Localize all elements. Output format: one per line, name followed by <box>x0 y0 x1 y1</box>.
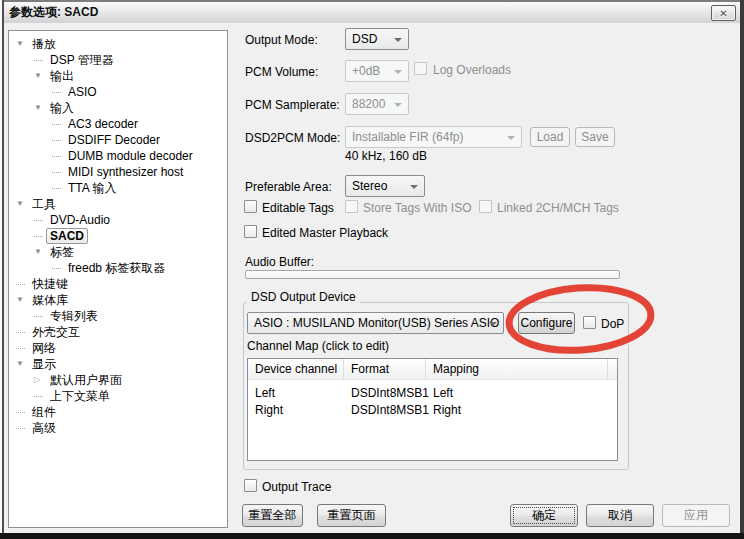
pcm-volume-select: +0dB <box>345 60 409 82</box>
selected-tree-item: SACD <box>46 228 88 244</box>
tree-item-display[interactable]: 显示 <box>9 356 227 372</box>
edited-master-playback-checkbox[interactable] <box>244 225 257 238</box>
tree-connector <box>34 308 50 324</box>
tree-connector <box>52 132 68 148</box>
tree-item-dsdiff-decoder[interactable]: DSDIFF Decoder <box>9 132 227 148</box>
reset-page-button[interactable]: 重置页面 <box>317 504 386 527</box>
tree-connector <box>34 228 50 244</box>
expanded-icon[interactable] <box>16 356 32 372</box>
close-icon: ✕ <box>719 8 727 19</box>
preferable-area-select[interactable]: Stereo <box>345 175 425 197</box>
store-tags-with-iso-label: Store Tags With ISO <box>363 201 472 215</box>
tree-item-advanced[interactable]: 高级 <box>9 420 227 436</box>
tree-item-components[interactable]: 组件 <box>9 404 227 420</box>
preferable-area-label: Preferable Area: <box>245 180 332 194</box>
tree-item-ac3-decoder[interactable]: AC3 decoder <box>9 116 227 132</box>
cancel-button[interactable]: 取消 <box>586 504 654 527</box>
dop-checkbox[interactable] <box>583 316 596 329</box>
expanded-icon[interactable] <box>34 68 50 84</box>
editable-tags-label: Editable Tags <box>262 201 334 215</box>
audio-buffer-bar <box>245 270 620 279</box>
tree-item-tagging[interactable]: 标签 <box>9 244 227 260</box>
table-row[interactable]: Right DSDInt8MSB1 Right <box>248 402 617 419</box>
tree-connector <box>16 276 32 292</box>
tree-item-tools[interactable]: 工具 <box>9 196 227 212</box>
tree-connector <box>52 164 68 180</box>
edited-master-playback-label: Edited Master Playback <box>262 226 388 240</box>
tree-item-networking[interactable]: 网络 <box>9 340 227 356</box>
column-header-format[interactable]: Format <box>344 359 426 379</box>
tree-item-shell-integration[interactable]: 外壳交互 <box>9 324 227 340</box>
title-bar: 参数选项: SACD <box>2 2 740 23</box>
dsd-output-device-select[interactable]: ASIO : MUSILAND Monitor(USB) Series ASIO <box>247 312 504 334</box>
configure-button[interactable]: Configure <box>518 312 575 334</box>
dsd2pcm-info-text: 40 kHz, 160 dB <box>345 149 427 163</box>
expanded-icon[interactable] <box>16 196 32 212</box>
linked-tags-label: Linked 2CH/MCH Tags <box>497 201 619 215</box>
pcm-samplerate-label: PCM Samplerate: <box>245 98 340 112</box>
log-overloads-checkbox <box>414 62 427 75</box>
dop-label: DoP <box>601 317 624 331</box>
tree-connector <box>52 148 68 164</box>
output-trace-checkbox[interactable] <box>244 479 257 492</box>
window-border <box>740 0 744 539</box>
tree-item-tta-input[interactable]: TTA 输入 <box>9 180 227 196</box>
column-header-device-channel[interactable]: Device channel <box>248 359 344 379</box>
tree-item-input[interactable]: 输入 <box>9 100 227 116</box>
tree-item-dvd-audio[interactable]: DVD-Audio <box>9 212 227 228</box>
audio-buffer-label: Audio Buffer: <box>245 255 314 269</box>
tree-item-context-menu[interactable]: 上下文菜单 <box>9 388 227 404</box>
tree-connector <box>52 260 68 276</box>
tree-item-media-library[interactable]: 媒体库 <box>9 292 227 308</box>
close-button[interactable]: ✕ <box>711 5 736 21</box>
reset-all-button[interactable]: 重置全部 <box>242 504 303 527</box>
tree-connector <box>52 116 68 132</box>
tree-connector <box>16 404 32 420</box>
output-trace-label: Output Trace <box>262 480 331 494</box>
linked-tags-checkbox <box>479 200 492 213</box>
tree-item-default-user-interface[interactable]: 默认用户界面 <box>9 372 227 388</box>
tree-item-output[interactable]: 输出 <box>9 68 227 84</box>
tree-connector <box>34 52 50 68</box>
tree-item-asio[interactable]: ASIO <box>9 84 227 100</box>
tree-item-midi-synthesizer-host[interactable]: MIDI synthesizer host <box>9 164 227 180</box>
tree-item-keyboard-shortcuts[interactable]: 快捷键 <box>9 276 227 292</box>
expanded-icon[interactable] <box>34 100 50 116</box>
channel-map-table[interactable]: Device channel Format Mapping Left DSDIn… <box>247 358 618 461</box>
dsd2pcm-mode-select: Installable FIR (64fp) <box>345 126 522 148</box>
tree-item-album-list[interactable]: 专辑列表 <box>9 308 227 324</box>
ok-button[interactable]: 确定 <box>510 504 578 527</box>
pcm-samplerate-select: 88200 <box>345 93 409 115</box>
apply-button[interactable]: 应用 <box>662 504 730 527</box>
tree-connector <box>34 388 50 404</box>
tree-connector <box>52 180 68 196</box>
editable-tags-checkbox[interactable] <box>244 200 257 213</box>
output-mode-label: Output Mode: <box>245 33 318 47</box>
dsd2pcm-mode-label: DSD2PCM Mode: <box>245 131 340 145</box>
save-button: Save <box>575 127 615 147</box>
tree-item-dumb-module-decoder[interactable]: DUMB module decoder <box>9 148 227 164</box>
store-tags-with-iso-checkbox <box>345 200 358 213</box>
tree-connector <box>16 420 32 436</box>
window-border <box>2 0 4 539</box>
column-header-mapping[interactable]: Mapping <box>426 359 608 379</box>
expanded-icon[interactable] <box>16 292 32 308</box>
tree-connector <box>34 212 50 228</box>
dsd-output-device-group-label: DSD Output Device <box>247 290 360 304</box>
collapsed-icon[interactable] <box>34 372 50 388</box>
expanded-icon[interactable] <box>34 244 50 260</box>
preferences-dialog: 参数选项: SACD ✕ 播放 DSP 管理器 输出 ASIO 输入 AC3 d… <box>0 0 744 539</box>
load-button: Load <box>530 127 570 147</box>
tree-item-sacd[interactable]: SACD <box>9 228 227 244</box>
output-mode-select[interactable]: DSD <box>345 28 409 50</box>
tree-connector <box>16 340 32 356</box>
window-border <box>0 533 744 539</box>
table-row[interactable]: Left DSDInt8MSB1 Left <box>248 385 617 402</box>
expanded-icon[interactable] <box>16 36 32 52</box>
tree-item-freedb-tagger[interactable]: freedb 标签获取器 <box>9 260 227 276</box>
tree-connector <box>16 324 32 340</box>
window-title: 参数选项: SACD <box>9 4 98 21</box>
log-overloads-label: Log Overloads <box>433 63 511 77</box>
tree-item-dsp-manager[interactable]: DSP 管理器 <box>9 52 227 68</box>
tree-item-playback[interactable]: 播放 <box>9 36 227 52</box>
